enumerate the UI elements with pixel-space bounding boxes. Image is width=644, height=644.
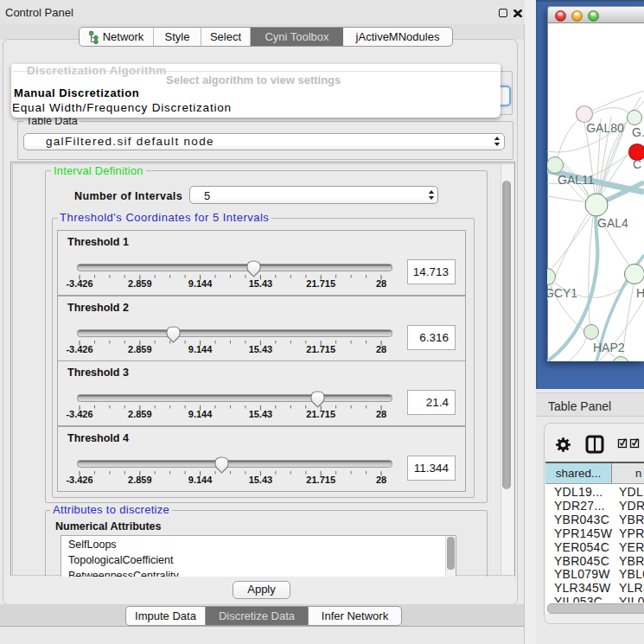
svg-text:HAP2: HAP2 bbox=[593, 341, 625, 354]
svg-text:GAL4: GAL4 bbox=[597, 216, 628, 230]
svg-text:C: C bbox=[633, 157, 641, 171]
svg-text:GAL11: GAL11 bbox=[558, 173, 595, 187]
svg-text:GCY1: GCY1 bbox=[547, 286, 577, 300]
svg-text:GAL80: GAL80 bbox=[586, 121, 624, 135]
svg-text:H: H bbox=[636, 286, 644, 300]
svg-text:G.: G. bbox=[632, 125, 644, 139]
